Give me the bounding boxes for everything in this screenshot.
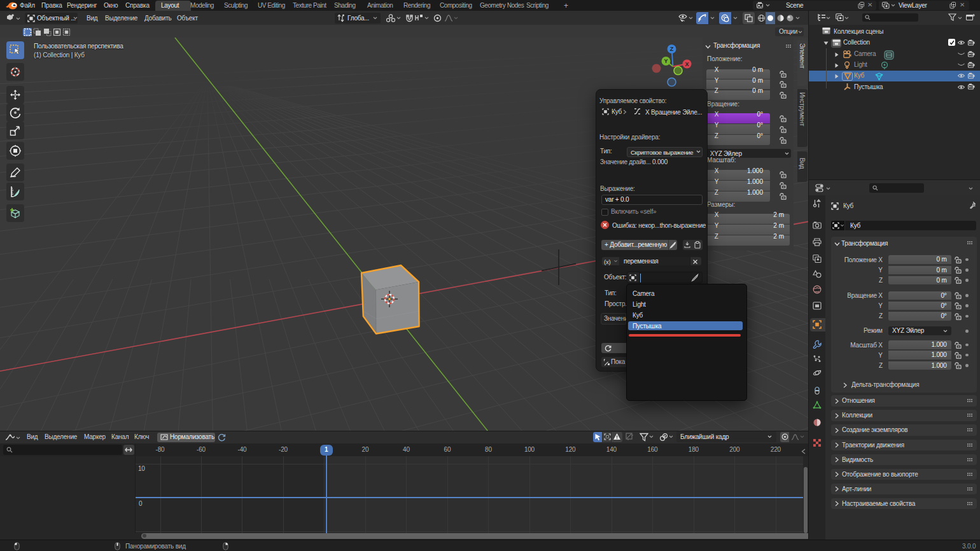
svg-text:X: X bbox=[685, 61, 689, 67]
svg-text:Z: Z bbox=[670, 46, 674, 52]
svg-text:Y: Y bbox=[664, 58, 668, 64]
